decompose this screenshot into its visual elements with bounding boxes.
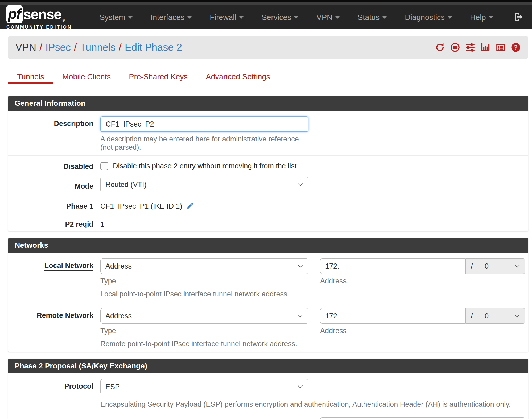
local-prefix-select[interactable]: 0 <box>478 258 525 274</box>
window-top-strip <box>0 0 532 2</box>
sliders-icon[interactable] <box>465 42 475 52</box>
description-input[interactable] <box>100 116 308 132</box>
remote-network-description: Remote point-to-point IPsec interface tu… <box>100 340 308 348</box>
breadcrumb-vpn: VPN <box>15 42 36 53</box>
row-local-network: Local Network Address Type Local point-t… <box>8 253 528 302</box>
logo-sense-text: sense <box>23 7 61 21</box>
remote-prefix-select[interactable]: 0 <box>478 308 525 324</box>
breadcrumb-tunnels-link[interactable]: Tunnels <box>80 42 116 53</box>
phase1-value: CF1_IPsec_P1 (IKE ID 1) <box>100 202 182 210</box>
row-description: Description A description may be entered… <box>8 111 528 155</box>
local-address-input[interactable] <box>320 258 466 274</box>
list-icon[interactable] <box>496 42 506 52</box>
panel-general-information: General Information Description A descri… <box>8 96 528 231</box>
row-protocol: Protocol ESP Encapsulating Security Payl… <box>8 373 528 413</box>
breadcrumb-edit-phase2: Edit Phase 2 <box>125 42 182 53</box>
breadcrumb-ipsec-link[interactable]: IPsec <box>46 42 71 53</box>
remote-address-input[interactable] <box>320 308 466 324</box>
encryption-algorithms-label: Encryption Algorithms <box>8 413 100 419</box>
breadcrumb: VPN / IPsec / Tunnels / Edit Phase 2 <box>15 42 182 53</box>
tab-mobile-clients[interactable]: Mobile Clients <box>53 71 120 84</box>
text-cursor <box>105 120 105 128</box>
tab-tunnels[interactable]: Tunnels <box>8 71 53 84</box>
row-phase1: Phase 1 CF1_IPsec_P1 (IKE ID 1) <box>8 195 528 213</box>
slash-separator: / <box>466 258 478 274</box>
local-network-type-select[interactable]: Address <box>100 258 308 274</box>
panel-title: General Information <box>8 96 528 111</box>
disabled-checkbox-label: Disable this phase 2 entry without remov… <box>113 162 299 170</box>
page-action-icons: ? <box>435 42 521 52</box>
menu-firewall[interactable]: Firewall <box>210 13 244 22</box>
chevron-down-icon <box>335 16 340 19</box>
svg-text:?: ? <box>514 44 518 51</box>
panel-title: Networks <box>8 238 528 253</box>
description-help: A description may be entered here for ad… <box>100 135 308 152</box>
chevron-down-icon <box>128 16 133 19</box>
phase1-label: Phase 1 <box>8 195 100 210</box>
description-label: Description <box>8 111 100 128</box>
menu-services[interactable]: Services <box>262 13 298 22</box>
breadcrumb-separator: / <box>71 42 80 53</box>
p2reqid-value: 1 <box>100 220 104 229</box>
remote-address-help: Address <box>320 327 525 335</box>
disabled-label: Disabled <box>8 156 100 171</box>
mode-select[interactable]: Routed (VTI) <box>100 177 308 192</box>
section-tabs: Tunnels Mobile Clients Pre-Shared Keys A… <box>8 71 532 84</box>
local-network-description: Local point-to-point IPsec interface tun… <box>100 290 308 298</box>
row-encryption-aes: Encryption Algorithms AES 256 bits <box>8 413 528 419</box>
aes-keylen-select[interactable]: 256 bits <box>320 417 525 419</box>
row-remote-network: Remote Network Address Type Remote point… <box>8 302 528 352</box>
protocol-help: Encapsulating Security Payload (ESP) per… <box>100 400 528 413</box>
chevron-down-icon <box>187 16 192 19</box>
row-disabled: Disabled Disable this phase 2 entry with… <box>8 155 528 173</box>
chevron-down-icon <box>239 16 244 19</box>
protocol-select[interactable]: ESP <box>100 379 308 394</box>
menu-vpn[interactable]: VPN <box>316 13 340 22</box>
help-icon[interactable]: ? <box>511 42 521 52</box>
breadcrumb-bar: VPN / IPsec / Tunnels / Edit Phase 2 <box>8 36 528 59</box>
edit-pencil-icon[interactable] <box>185 202 194 210</box>
menu-interfaces[interactable]: Interfaces <box>151 13 192 22</box>
panel-title: Phase 2 Proposal (SA/Key Exchange) <box>8 359 528 373</box>
row-p2reqid: P2 reqid 1 <box>8 213 528 231</box>
sign-out-icon <box>513 11 524 23</box>
menu-status[interactable]: Status <box>358 13 387 22</box>
protocol-label: Protocol <box>8 373 100 390</box>
logo-registered-mark: ® <box>62 18 65 22</box>
chevron-down-icon <box>448 16 452 19</box>
pfsense-logo[interactable]: pf sense ® COMMUNITY EDITION <box>6 5 72 30</box>
local-type-help: Type <box>100 277 308 285</box>
remote-network-label: Remote Network <box>8 302 100 320</box>
p2reqid-label: P2 reqid <box>8 213 100 229</box>
remote-type-help: Type <box>100 327 308 335</box>
tab-advanced-settings[interactable]: Advanced Settings <box>197 71 279 84</box>
logout-button[interactable] <box>513 11 524 23</box>
refresh-icon[interactable] <box>435 42 445 52</box>
slash-separator: / <box>466 308 478 324</box>
mode-label: Mode <box>8 173 100 190</box>
panel-phase2-proposal: Phase 2 Proposal (SA/Key Exchange) Proto… <box>8 359 528 419</box>
local-network-label: Local Network <box>8 253 100 270</box>
chevron-down-icon <box>294 16 298 19</box>
window-title-strip <box>0 2 532 5</box>
tab-pre-shared-keys[interactable]: Pre-Shared Keys <box>120 71 197 84</box>
chevron-down-icon <box>382 16 387 19</box>
menu-system[interactable]: System <box>100 13 133 22</box>
local-address-help: Address <box>320 277 525 285</box>
stop-circle-icon[interactable] <box>450 42 460 52</box>
logo-pf-box: pf <box>6 5 23 23</box>
remote-network-type-select[interactable]: Address <box>100 308 308 324</box>
panel-networks: Networks Local Network Address Type Loca… <box>8 238 528 352</box>
chevron-down-icon <box>489 16 493 19</box>
breadcrumb-separator: / <box>36 42 46 53</box>
menu-help[interactable]: Help <box>470 13 493 22</box>
bar-chart-icon[interactable] <box>480 42 490 52</box>
navbar-menus: System Interfaces Firewall Services VPN … <box>90 13 513 22</box>
logo-subtitle: COMMUNITY EDITION <box>6 25 72 30</box>
disabled-checkbox[interactable] <box>100 162 108 170</box>
top-navbar: pf sense ® COMMUNITY EDITION System Inte… <box>0 5 532 29</box>
menu-diagnostics[interactable]: Diagnostics <box>405 13 452 22</box>
breadcrumb-separator: / <box>116 42 125 53</box>
row-mode: Mode Routed (VTI) <box>8 173 528 195</box>
